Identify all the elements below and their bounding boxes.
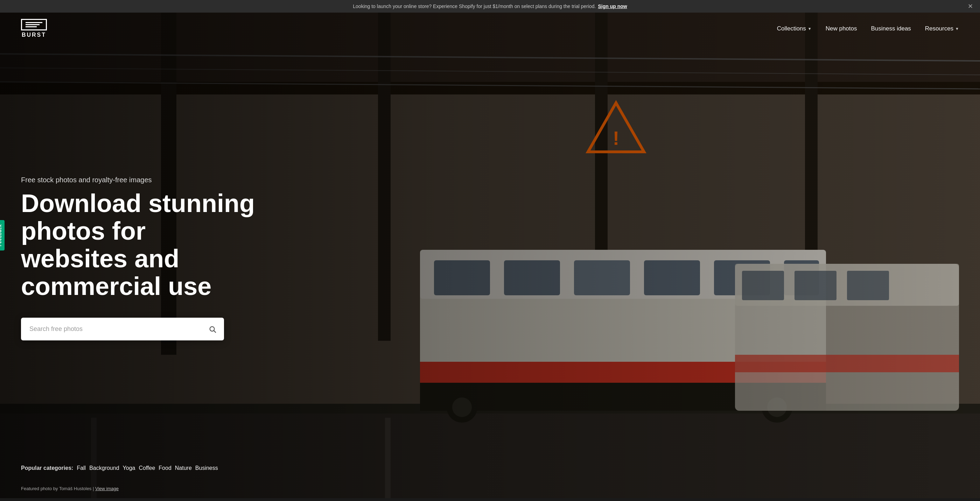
logo-line-2: [25, 24, 40, 25]
hero-title: Download stunning photos for websites an…: [21, 189, 301, 301]
category-yoga[interactable]: Yoga: [123, 465, 135, 471]
category-background[interactable]: Background: [89, 465, 119, 471]
category-fall[interactable]: Fall: [76, 465, 86, 471]
hero-title-line1: Download stunning photos for: [21, 189, 255, 245]
nav-resources[interactable]: Resources ▼: [925, 25, 959, 32]
hero-subtitle: Free stock photos and royalty-free image…: [21, 176, 959, 184]
featured-text: Featured photo by Tomáš Hustoles |: [21, 486, 94, 491]
logo-box: [21, 19, 47, 30]
announcement-cta[interactable]: Sign up now: [598, 3, 627, 9]
category-business[interactable]: Business: [195, 465, 218, 471]
search-input[interactable]: [21, 318, 201, 340]
search-button[interactable]: [201, 318, 224, 340]
featured-credit: Featured photo by Tomáš Hustoles | View …: [0, 482, 980, 498]
category-food[interactable]: Food: [159, 465, 171, 471]
nav-business-ideas[interactable]: Business ideas: [871, 25, 911, 32]
category-nature[interactable]: Nature: [175, 465, 192, 471]
category-coffee[interactable]: Coffee: [138, 465, 155, 471]
logo[interactable]: BURST: [21, 19, 47, 38]
feedback-tab[interactable]: Feedback: [0, 220, 5, 250]
logo-line-3: [25, 26, 37, 27]
hero-content: Free stock photos and royalty-free image…: [0, 45, 980, 458]
view-image-link[interactable]: View image: [95, 486, 119, 491]
resources-chevron: ▼: [955, 27, 959, 31]
collections-chevron: ▼: [808, 27, 811, 31]
announcement-bar: Looking to launch your online store? Exp…: [0, 0, 980, 13]
popular-categories: Popular categories: Fall Background Yoga…: [0, 458, 980, 482]
search-container: [21, 318, 224, 340]
search-icon: [208, 325, 216, 333]
hero-title-line2: websites and commercial use: [21, 245, 212, 300]
hero-section: ! BURST Collections ▼: [0, 13, 980, 498]
logo-text: BURST: [22, 32, 46, 38]
svg-line-38: [214, 331, 216, 332]
announcement-text: Looking to launch your online store? Exp…: [353, 3, 596, 9]
nav-collections[interactable]: Collections ▼: [777, 25, 811, 32]
logo-line-1: [25, 22, 42, 23]
announcement-close-button[interactable]: ✕: [968, 3, 973, 10]
nav-links: Collections ▼ New photos Business ideas …: [777, 25, 959, 32]
navbar: BURST Collections ▼ New photos Business …: [0, 13, 980, 45]
nav-new-photos[interactable]: New photos: [826, 25, 857, 32]
popular-categories-label: Popular categories:: [21, 465, 73, 471]
